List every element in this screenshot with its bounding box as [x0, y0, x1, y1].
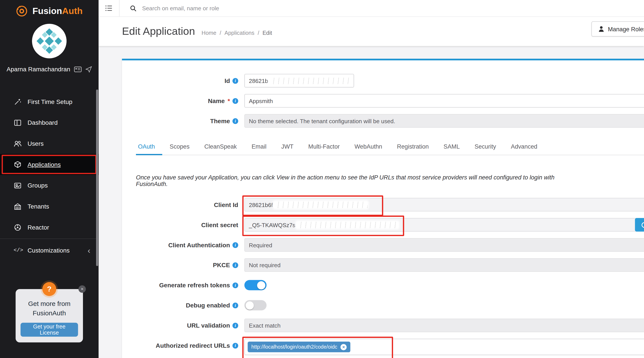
tab-registration[interactable]: Registration	[390, 140, 436, 155]
user-row: Aparna Ramachandran	[0, 66, 98, 73]
url-validation-select[interactable]: Exact match	[244, 318, 644, 332]
brand-fusion: Fusion	[32, 6, 62, 16]
required-asterisk: *	[228, 98, 230, 104]
form-row-client-authentication: Client Authentication i Required	[130, 238, 644, 252]
search-icon	[130, 5, 137, 12]
form-row-id: Id i 28621b	[130, 74, 644, 88]
tab-jwt[interactable]: JWT	[274, 140, 301, 155]
breadcrumb-applications[interactable]: Applications	[224, 30, 254, 36]
client-id-value: 28621b6f	[249, 201, 273, 208]
fusionauth-logo[interactable]: FusionAuth	[0, 0, 98, 18]
sidebar-item-reactor[interactable]: Reactor	[0, 217, 98, 238]
tab-email[interactable]: Email	[244, 140, 274, 155]
name-input[interactable]: Appsmith	[244, 94, 644, 108]
manage-roles-button[interactable]: Manage Roles	[592, 22, 644, 36]
id-card-icon[interactable]	[74, 66, 82, 72]
menu-icon	[105, 4, 113, 12]
form-row-client-id: Client Id 28621b6f	[130, 198, 644, 212]
pkce-control: Not required	[244, 258, 644, 272]
redaction-overlay	[269, 78, 349, 84]
page-header: Edit Application Home / Applications / E…	[98, 16, 644, 46]
url-validation-value: Exact match	[249, 322, 281, 329]
sidebar-item-tenants[interactable]: Tenants	[0, 196, 98, 217]
pkce-label-wrap: PKCE i	[130, 258, 244, 272]
info-icon[interactable]: i	[232, 343, 238, 348]
reveal-secret-button[interactable]	[635, 218, 644, 232]
tab-cleanspeak[interactable]: CleanSpeak	[197, 140, 244, 155]
client-auth-label-wrap: Client Authentication i	[130, 238, 244, 252]
name-control: Appsmith	[244, 94, 644, 108]
redirect-urls-input[interactable]: http://localhost/login/oauth2/code/oidc …	[244, 339, 644, 355]
redirect-label-wrap: Authorized redirect URLs i	[130, 339, 244, 352]
pkce-select[interactable]: Not required	[244, 258, 644, 272]
sidebar-toggle-button[interactable]	[98, 0, 120, 16]
url-validation-label: URL validation	[187, 322, 230, 329]
sidebar-item-label: Users	[28, 140, 44, 147]
pkce-label: PKCE	[213, 262, 230, 268]
info-icon[interactable]: i	[232, 302, 238, 308]
name-label-wrap: Name* i	[130, 94, 244, 108]
sidebar-scrollbar[interactable]	[96, 90, 98, 266]
sidebar-item-applications[interactable]: Applications	[0, 154, 98, 175]
breadcrumb-separator: /	[220, 30, 221, 36]
info-icon[interactable]: i	[232, 98, 238, 104]
tab-security[interactable]: Security	[467, 140, 504, 155]
redaction-overlay	[296, 222, 398, 228]
refresh-tokens-toggle[interactable]	[244, 280, 266, 290]
name-value: Appsmith	[249, 98, 273, 104]
person-icon	[598, 26, 604, 32]
help-icon[interactable]: ?	[42, 282, 56, 296]
send-icon[interactable]	[85, 66, 92, 72]
users-icon	[14, 140, 22, 148]
sidebar-item-users[interactable]: Users	[0, 133, 98, 154]
sidebar-item-label: Customizations	[28, 247, 70, 254]
code-icon: </>	[14, 247, 22, 254]
app-window: FusionAuth Aparna Ramachandran	[0, 0, 644, 358]
client-secret-field: _Q5-TKAWQSz7s	[244, 218, 644, 232]
get-license-button[interactable]: Get your free License	[20, 323, 78, 337]
info-icon[interactable]: i	[232, 78, 238, 84]
tab-webauthn[interactable]: WebAuthn	[347, 140, 390, 155]
id-label-wrap: Id i	[130, 74, 244, 88]
tab-advanced[interactable]: Advanced	[504, 140, 545, 155]
form-row-theme: Theme i No theme selected. The tenant co…	[130, 114, 644, 128]
promo-title-line1: Get more from	[20, 299, 78, 308]
info-icon[interactable]: i	[232, 262, 238, 268]
remove-chip-icon[interactable]: ×	[340, 344, 347, 350]
application-tabs: OAuth Scopes CleanSpeak Email JWT Multi-…	[136, 140, 644, 155]
main-content: Id i 28621b Name* i Appsmith	[98, 46, 644, 358]
info-icon[interactable]: i	[232, 118, 238, 124]
sidebar-item-customizations[interactable]: </> Customizations ‹	[0, 240, 98, 261]
close-icon[interactable]: ×	[78, 285, 86, 293]
promo-card: ? × Get more from FusionAuth Get your fr…	[16, 289, 83, 343]
url-validation-label-wrap: URL validation i	[130, 318, 244, 332]
wand-icon	[14, 98, 22, 106]
breadcrumb-separator: /	[258, 30, 259, 36]
tab-oauth[interactable]: OAuth	[136, 140, 162, 155]
sidebar-item-groups[interactable]: Groups	[0, 175, 98, 196]
redirect-label: Authorized redirect URLs	[156, 342, 230, 349]
search-bar	[120, 4, 644, 12]
client-auth-label: Client Authentication	[168, 241, 230, 248]
client-id-field: 28621b6f	[244, 198, 644, 212]
sidebar-item-first-time-setup[interactable]: First Time Setup	[0, 91, 98, 112]
tab-multi-factor[interactable]: Multi-Factor	[301, 140, 347, 155]
tab-scopes[interactable]: Scopes	[162, 140, 197, 155]
debug-label-wrap: Debug enabled i	[130, 298, 244, 312]
search-input[interactable]	[141, 4, 332, 12]
info-icon[interactable]: i	[232, 282, 238, 288]
client-secret-value: _Q5-TKAWQSz7s	[249, 222, 295, 228]
info-icon[interactable]: i	[232, 242, 238, 248]
debug-toggle[interactable]	[244, 300, 266, 310]
sidebar-item-dashboard[interactable]: Dashboard	[0, 112, 98, 133]
oauth-note: Once you have saved your Application, yo…	[136, 174, 571, 187]
form-row-pkce: PKCE i Not required	[130, 258, 644, 272]
tenants-icon	[14, 202, 22, 210]
tab-saml[interactable]: SAML	[436, 140, 467, 155]
client-auth-select[interactable]: Required	[244, 238, 644, 252]
applications-icon	[14, 160, 22, 169]
info-icon[interactable]: i	[232, 322, 238, 328]
breadcrumb-home[interactable]: Home	[202, 30, 216, 36]
theme-label-wrap: Theme i	[130, 114, 244, 128]
theme-select[interactable]: No theme selected. The tenant configurat…	[244, 114, 644, 128]
